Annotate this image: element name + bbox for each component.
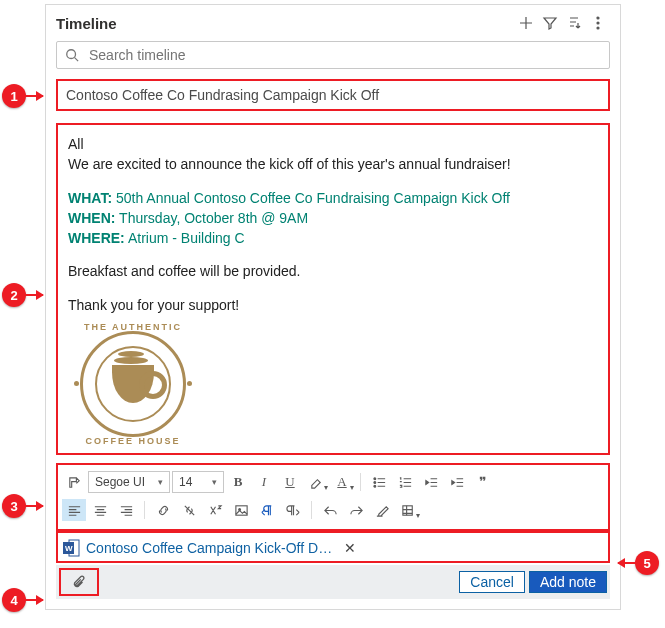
number-list-button[interactable] bbox=[393, 471, 417, 493]
timeline-title: Timeline bbox=[56, 15, 514, 32]
sort-icon[interactable] bbox=[562, 11, 586, 35]
where-label: WHERE: bbox=[68, 230, 125, 246]
search-input[interactable] bbox=[87, 46, 601, 64]
unlink-button[interactable] bbox=[177, 499, 201, 521]
ltr-button[interactable] bbox=[255, 499, 279, 521]
filter-icon[interactable] bbox=[538, 11, 562, 35]
body-thanks: Thank you for your support! bbox=[68, 296, 598, 315]
body-intro: We are excited to announce the kick off … bbox=[68, 155, 598, 174]
attachment-name[interactable]: Contoso Coffee Campaign Kick-Off D… bbox=[86, 540, 332, 556]
paperclip-icon bbox=[72, 575, 86, 589]
search-box[interactable] bbox=[56, 41, 610, 69]
align-right-button[interactable] bbox=[114, 499, 138, 521]
redo-button[interactable] bbox=[344, 499, 368, 521]
body-food: Breakfast and coffee will be provided. bbox=[68, 262, 598, 281]
svg-point-5 bbox=[373, 481, 375, 483]
link-button[interactable] bbox=[151, 499, 175, 521]
undo-button[interactable] bbox=[318, 499, 342, 521]
svg-point-1 bbox=[597, 22, 599, 24]
callout-5: 5 bbox=[618, 551, 659, 575]
svg-point-2 bbox=[597, 27, 599, 29]
attachment-row: W Contoso Coffee Campaign Kick-Off D… ✕ bbox=[56, 531, 610, 563]
note-body-editor[interactable]: All We are excited to announce the kick … bbox=[56, 123, 610, 455]
add-note-button[interactable]: Add note bbox=[529, 571, 607, 593]
rtl-button[interactable] bbox=[281, 499, 305, 521]
inline-image-logo: THE AUTHENTIC COFFEE HOUSE bbox=[68, 319, 598, 449]
svg-point-3 bbox=[67, 50, 76, 59]
svg-text:W: W bbox=[65, 544, 73, 553]
svg-point-0 bbox=[597, 17, 599, 19]
font-color-button[interactable]: A bbox=[330, 471, 354, 493]
align-left-button[interactable] bbox=[62, 499, 86, 521]
when-label: WHEN: bbox=[68, 210, 115, 226]
bullet-list-button[interactable] bbox=[367, 471, 391, 493]
word-doc-icon: W bbox=[62, 539, 80, 557]
image-button[interactable] bbox=[229, 499, 253, 521]
callout-1: 1 bbox=[2, 84, 43, 108]
table-button[interactable] bbox=[396, 499, 420, 521]
callout-2: 2 bbox=[2, 283, 43, 307]
align-center-button[interactable] bbox=[88, 499, 112, 521]
what-value: 50th Annual Contoso Coffee Co Fundraisin… bbox=[116, 190, 510, 206]
svg-point-6 bbox=[373, 485, 375, 487]
font-size-select[interactable]: 14▾ bbox=[172, 471, 224, 493]
timeline-header: Timeline bbox=[46, 5, 620, 41]
attach-file-button[interactable] bbox=[59, 568, 99, 596]
superscript-button[interactable] bbox=[203, 499, 227, 521]
where-value: Atrium - Building C bbox=[128, 230, 245, 246]
what-label: WHAT: bbox=[68, 190, 112, 206]
more-icon[interactable] bbox=[586, 11, 610, 35]
attachment-remove-icon[interactable]: ✕ bbox=[344, 540, 356, 556]
clear-format-button[interactable] bbox=[370, 499, 394, 521]
search-wrap bbox=[46, 41, 620, 75]
timeline-panel: Timeline Contoso Coffee Co Fundrasing Ca… bbox=[45, 4, 621, 610]
outdent-button[interactable] bbox=[419, 471, 443, 493]
format-painter-icon[interactable] bbox=[62, 471, 86, 493]
svg-rect-7 bbox=[235, 506, 246, 515]
search-icon bbox=[65, 48, 79, 62]
when-value: Thursday, October 8th @ 9AM bbox=[119, 210, 308, 226]
note-title-input[interactable]: Contoso Coffee Co Fundrasing Campaign Ki… bbox=[56, 79, 610, 111]
body-greeting: All bbox=[68, 135, 598, 154]
callout-4: 4 bbox=[2, 588, 43, 612]
note-title-text: Contoso Coffee Co Fundrasing Campaign Ki… bbox=[66, 87, 379, 103]
italic-button[interactable]: I bbox=[252, 471, 276, 493]
indent-button[interactable] bbox=[445, 471, 469, 493]
cancel-button[interactable]: Cancel bbox=[459, 571, 525, 593]
note-footer: Cancel Add note bbox=[56, 565, 610, 599]
bold-button[interactable]: B bbox=[226, 471, 250, 493]
underline-button[interactable]: U bbox=[278, 471, 302, 493]
font-family-select[interactable]: Segoe UI▾ bbox=[88, 471, 170, 493]
add-icon[interactable] bbox=[514, 11, 538, 35]
blockquote-button[interactable]: ❞ bbox=[471, 471, 495, 493]
callout-3: 3 bbox=[2, 494, 43, 518]
highlight-color-button[interactable] bbox=[304, 471, 328, 493]
svg-point-4 bbox=[373, 478, 375, 480]
rich-text-toolbar: Segoe UI▾ 14▾ B I U A ❞ bbox=[56, 463, 610, 531]
